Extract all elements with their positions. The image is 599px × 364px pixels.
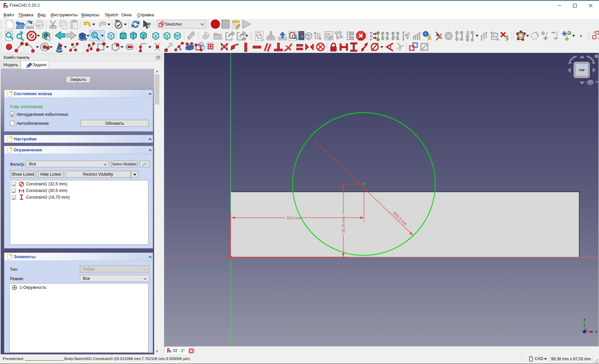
svg-text:F: F [370,38,372,41]
svg-text:!: ! [425,32,426,37]
svg-text:16,75 mm: 16,75 mm [341,216,345,233]
svg-text:Sketcher: Sketcher [165,22,182,27]
svg-text:Z: Z [585,328,587,331]
svg-text:Y: Y [583,318,585,321]
svg-text:»: » [580,33,582,38]
svg-text:?: ? [147,21,151,29]
svg-text:TOP: TOP [579,69,585,72]
svg-text:X: X [595,330,597,333]
svg-text:30,5 mm: 30,5 mm [287,216,301,220]
